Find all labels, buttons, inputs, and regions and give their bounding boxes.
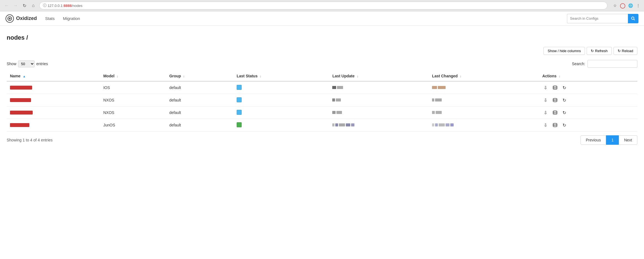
db-action-icon[interactable] bbox=[552, 84, 558, 91]
upload-action-icon[interactable]: ⇩ bbox=[542, 122, 549, 128]
table-body: IOS default bbox=[7, 81, 637, 131]
db-action-icon[interactable] bbox=[552, 97, 558, 103]
table-row: NXOS default bbox=[7, 106, 637, 119]
col-actions[interactable]: Actions ↕ bbox=[539, 71, 637, 81]
row3-status bbox=[233, 106, 329, 119]
refresh-icon: ↻ bbox=[591, 49, 594, 53]
row2-update bbox=[329, 94, 429, 106]
menu-icon[interactable]: ⋮ bbox=[635, 2, 641, 9]
sort-status-icon: ↕ bbox=[260, 75, 261, 78]
page-title: nodes / bbox=[7, 34, 637, 41]
upload-action-icon[interactable]: ⇩ bbox=[542, 109, 549, 116]
address-text: 127.0.0.1:8888/nodes bbox=[48, 4, 83, 8]
search-configs-button[interactable] bbox=[628, 14, 638, 23]
forward-button[interactable]: → bbox=[12, 2, 19, 9]
data-table: Name ▲ Model ↕ Group ↕ Last Status ↕ bbox=[7, 71, 637, 131]
sort-name-icon: ▲ bbox=[23, 75, 26, 78]
header-row: Name ▲ Model ↕ Group ↕ Last Status ↕ bbox=[7, 71, 637, 81]
row4-status bbox=[233, 119, 329, 131]
r-block bbox=[335, 123, 338, 126]
r-block bbox=[339, 123, 345, 126]
r-block bbox=[336, 98, 341, 101]
r-block bbox=[435, 98, 442, 101]
r-block bbox=[346, 123, 350, 126]
row3-update bbox=[329, 106, 429, 119]
refresh-button[interactable]: ↻ Refresh bbox=[587, 47, 612, 55]
nav-migration[interactable]: Migration bbox=[63, 15, 80, 22]
r-block bbox=[332, 86, 336, 89]
name-redacted-1 bbox=[10, 86, 32, 90]
r-block bbox=[439, 123, 445, 126]
svg-point-3 bbox=[632, 17, 634, 19]
col-last-status[interactable]: Last Status ↕ bbox=[233, 71, 329, 81]
table-search-input[interactable] bbox=[587, 60, 637, 68]
upload-action-icon[interactable]: ⇩ bbox=[542, 97, 549, 103]
row4-name bbox=[7, 119, 100, 131]
name-redacted-3 bbox=[10, 111, 33, 115]
table-toolbar: Show / hide columns ↻ Refresh ↻ Reload bbox=[7, 47, 637, 55]
table-row: JunOS default bbox=[7, 119, 637, 131]
browser-icons: ☆ ◯ 🌐 ⋮ bbox=[612, 2, 641, 9]
r-block bbox=[336, 111, 342, 114]
svg-point-5 bbox=[553, 86, 557, 87]
table-head: Name ▲ Model ↕ Group ↕ Last Status ↕ bbox=[7, 71, 637, 81]
home-button[interactable]: ⌂ bbox=[29, 2, 37, 9]
reload-button[interactable]: ↻ bbox=[21, 2, 28, 9]
r-block bbox=[432, 123, 434, 126]
address-bar[interactable]: ⓘ 127.0.0.1:8888/nodes bbox=[39, 2, 607, 9]
col-last-update[interactable]: Last Update ↕ bbox=[329, 71, 429, 81]
r-block bbox=[436, 111, 442, 114]
name-redacted-2 bbox=[10, 98, 31, 102]
col-model[interactable]: Model ↕ bbox=[100, 71, 166, 81]
nav-stats[interactable]: Stats bbox=[45, 15, 55, 22]
entries-select[interactable]: 10 25 50 100 bbox=[18, 60, 35, 67]
address-icon: ⓘ bbox=[43, 3, 47, 8]
row3-name bbox=[7, 106, 100, 119]
show-hide-columns-button[interactable]: Show / hide columns bbox=[543, 47, 585, 55]
row2-status bbox=[233, 94, 329, 106]
pagination: Previous 1 Next bbox=[581, 135, 637, 145]
page-1-button[interactable]: 1 bbox=[606, 135, 619, 145]
refresh-action-icon[interactable]: ↻ bbox=[561, 97, 568, 103]
back-button[interactable]: ← bbox=[3, 2, 11, 9]
refresh-action-icon[interactable]: ↻ bbox=[561, 109, 568, 116]
refresh-action-icon[interactable]: ↻ bbox=[561, 84, 568, 91]
row1-changed bbox=[429, 81, 539, 94]
bookmark-icon[interactable]: ☆ bbox=[612, 2, 618, 9]
row2-status-icon bbox=[237, 97, 242, 102]
row3-status-icon bbox=[237, 110, 242, 115]
row4-model: JunOS bbox=[100, 119, 166, 131]
r-block bbox=[435, 123, 438, 126]
next-button[interactable]: Next bbox=[619, 135, 637, 145]
row4-status-icon bbox=[237, 122, 242, 127]
svg-line-4 bbox=[634, 19, 635, 20]
sort-changed-icon: ↕ bbox=[460, 75, 462, 78]
col-name[interactable]: Name ▲ bbox=[7, 71, 100, 81]
col-last-changed[interactable]: Last Changed ↕ bbox=[429, 71, 539, 81]
r-block bbox=[432, 98, 434, 101]
previous-button[interactable]: Previous bbox=[581, 135, 606, 145]
sort-group-icon: ↕ bbox=[183, 75, 185, 78]
showing-text: Showing 1 to 4 of 4 entries bbox=[7, 138, 53, 142]
svg-point-7 bbox=[553, 111, 557, 112]
upload-action-icon[interactable]: ⇩ bbox=[542, 84, 549, 91]
search-configs-input[interactable] bbox=[567, 14, 628, 23]
row4-group: default bbox=[166, 119, 233, 131]
brand-icon bbox=[6, 14, 14, 23]
row1-actions: ⇩ ↻ bbox=[539, 81, 637, 94]
globe-icon: 🌐 bbox=[627, 2, 633, 9]
name-redacted-4 bbox=[10, 123, 29, 127]
entries-left: Show 10 25 50 100 entries bbox=[7, 60, 48, 67]
col-group[interactable]: Group ↕ bbox=[166, 71, 233, 81]
reload-button[interactable]: ↻ Reload bbox=[614, 47, 637, 55]
db-action-icon[interactable] bbox=[552, 122, 558, 128]
search-right: Search: bbox=[572, 60, 637, 68]
r-block bbox=[432, 111, 435, 114]
r-block bbox=[438, 86, 446, 89]
sort-actions-icon: ↕ bbox=[559, 75, 560, 78]
brand-link[interactable]: Oxidized bbox=[6, 14, 37, 23]
search-label: Search: bbox=[572, 62, 585, 66]
db-action-icon[interactable] bbox=[552, 109, 558, 116]
firefox-icon: ◯ bbox=[620, 2, 626, 9]
refresh-action-icon[interactable]: ↻ bbox=[561, 122, 568, 128]
